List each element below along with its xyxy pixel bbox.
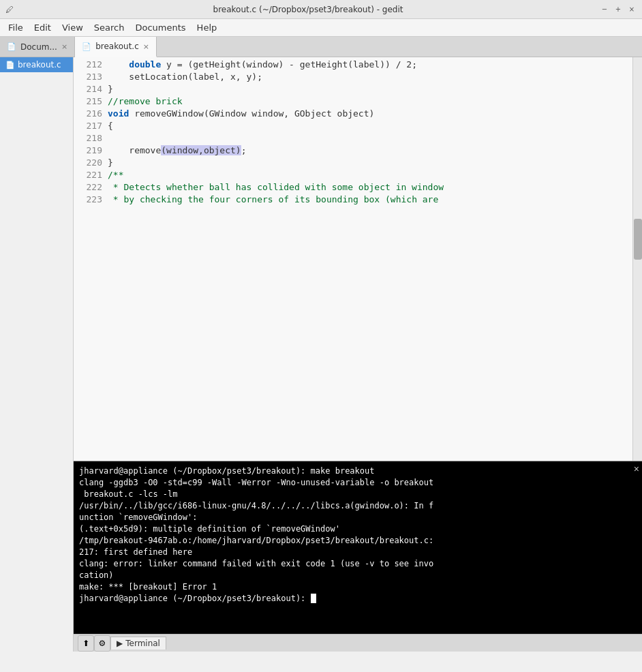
line-num-222: 222: [74, 181, 108, 194]
terminal-line-1: jharvard@appliance (~/Dropbox/pset3/brea…: [79, 465, 637, 477]
terminal-section: × jharvard@appliance (~/Dropbox/pset3/br…: [74, 461, 642, 652]
code-line-215: 215 //remove brick: [74, 95, 642, 108]
tab-breakout-c[interactable]: 📄 breakout.c ×: [75, 37, 157, 57]
terminal-bottom-btn1[interactable]: ⬆: [78, 635, 94, 652]
side-file-label: breakout.c: [18, 60, 61, 70]
tab-docum-close[interactable]: ×: [61, 42, 67, 51]
terminal-line-6: (.text+0x5d9): multiple definition of `r…: [79, 523, 637, 535]
terminal-line-4: /usr/bin/../lib/gcc/i686-linux-gnu/4.8/.…: [79, 500, 637, 512]
terminal-line-7: /tmp/breakout-9467ab.o:/home/jharvard/Dr…: [79, 535, 637, 547]
line-num-221: 221: [74, 169, 108, 181]
tab-breakout-label: breakout.c: [95, 42, 139, 51]
code-line-217: 217 {: [74, 120, 642, 132]
window-title: breakout.c (~/Dropbox/pset3/breakout) - …: [16, 5, 600, 14]
menu-search[interactable]: Search: [89, 21, 130, 34]
editor-scrollbar[interactable]: [632, 57, 642, 461]
code-line-220: 220 }: [74, 157, 642, 169]
terminal-cursor: [311, 594, 316, 603]
line-content-219: remove(window,object);: [108, 144, 247, 157]
tab-docum[interactable]: 📄 Docum... ×: [0, 37, 75, 57]
code-line-223: 223 * by checking the four corners of it…: [74, 194, 642, 206]
line-content-212: double y = (getHeight(window) - getHeigh…: [108, 59, 417, 71]
terminal-tab-bar: ⬆ ⚙ ▶ Terminal: [74, 634, 642, 652]
line-num-223: 223: [74, 194, 108, 206]
line-content-223: * by checking the four corners of its bo…: [108, 194, 438, 206]
terminal-tab[interactable]: ▶ Terminal: [110, 637, 166, 650]
tab-docum-icon: 📄: [7, 42, 16, 51]
code-line-212: 212 double y = (getHeight(window) - getH…: [74, 59, 642, 71]
code-line-222: 222 * Detects whether ball has collided …: [74, 181, 642, 194]
menu-edit[interactable]: Edit: [29, 21, 57, 34]
terminal-line-2: clang -ggdb3 -O0 -std=c99 -Wall -Werror …: [79, 477, 637, 489]
terminal-close-button[interactable]: ×: [634, 464, 639, 474]
terminal-line-10: cation): [79, 570, 637, 581]
terminal-tab-label: Terminal: [125, 639, 160, 648]
terminal-line-3: breakout.c -lcs -lm: [79, 489, 637, 500]
terminal-bottom-btn2[interactable]: ⚙: [94, 635, 110, 652]
line-content-216: void removeGWindow(GWindow window, GObje…: [108, 108, 374, 120]
code-line-213: 213 setLocation(label, x, y);: [74, 71, 642, 83]
scrollbar-thumb[interactable]: [634, 219, 642, 260]
line-content-214: }: [108, 83, 113, 95]
menu-help[interactable]: Help: [192, 21, 223, 34]
terminal-tab-icon: ▶: [117, 639, 123, 648]
code-lines: 212 double y = (getHeight(window) - getH…: [74, 59, 642, 206]
line-num-212: 212: [74, 59, 108, 71]
line-num-218: 218: [74, 132, 108, 144]
close-button[interactable]: ×: [627, 5, 637, 14]
title-icon: 🖊: [5, 5, 14, 14]
line-num-216: 216: [74, 108, 108, 120]
side-panel: 📄 breakout.c: [0, 57, 74, 652]
line-num-215: 215: [74, 95, 108, 108]
line-num-217: 217: [74, 120, 108, 132]
line-num-214: 214: [74, 83, 108, 95]
line-num-213: 213: [74, 71, 108, 83]
code-line-221: 221 /**: [74, 169, 642, 181]
tab-bar: 📄 Docum... × 📄 breakout.c ×: [0, 37, 642, 57]
line-content-221: /**: [108, 169, 123, 181]
line-content-213: setLocation(label, x, y);: [108, 71, 262, 83]
terminal-line-12: jharvard@appliance (~/Dropbox/pset3/brea…: [79, 593, 637, 605]
line-num-219: 219: [74, 144, 108, 157]
side-file-breakout[interactable]: 📄 breakout.c: [0, 57, 73, 72]
terminal-line-11: make: *** [breakout] Error 1: [79, 581, 637, 593]
tab-docum-label: Docum...: [20, 42, 57, 52]
menu-bar: File Edit View Search Documents Help: [0, 19, 642, 37]
line-num-220: 220: [74, 157, 108, 169]
title-bar: 🖊 breakout.c (~/Dropbox/pset3/breakout) …: [0, 0, 642, 19]
line-content-217: {: [108, 120, 113, 132]
code-line-218: 218: [74, 132, 642, 144]
line-content-220: }: [108, 157, 113, 169]
terminal-line-5: unction `removeGWindow':: [79, 512, 637, 523]
menu-view[interactable]: View: [57, 21, 89, 34]
menu-file[interactable]: File: [3, 21, 29, 34]
code-line-219: 219 remove(window,object);: [74, 144, 642, 157]
code-view[interactable]: 212 double y = (getHeight(window) - getH…: [74, 57, 642, 461]
side-file-icon: 📄: [5, 61, 15, 70]
code-line-216: 216 void removeGWindow(GWindow window, G…: [74, 108, 642, 120]
terminal-line-9: clang: error: linker command failed with…: [79, 558, 637, 570]
window-controls: − + ×: [600, 5, 637, 14]
line-content-215: //remove brick: [108, 95, 183, 108]
main-area: 📄 breakout.c 212 double y = (getHeight(w…: [0, 57, 642, 652]
editor-area: 212 double y = (getHeight(window) - getH…: [74, 57, 642, 652]
minimize-button[interactable]: −: [600, 5, 609, 14]
line-content-222: * Detects whether ball has collided with…: [108, 181, 444, 194]
terminal-line-8: 217: first defined here: [79, 547, 637, 558]
tab-breakout-close[interactable]: ×: [143, 42, 149, 51]
tab-breakout-icon: 📄: [82, 42, 91, 51]
maximize-button[interactable]: +: [613, 5, 623, 14]
menu-documents[interactable]: Documents: [129, 21, 191, 34]
terminal-output[interactable]: × jharvard@appliance (~/Dropbox/pset3/br…: [74, 461, 642, 634]
code-line-214: 214 }: [74, 83, 642, 95]
